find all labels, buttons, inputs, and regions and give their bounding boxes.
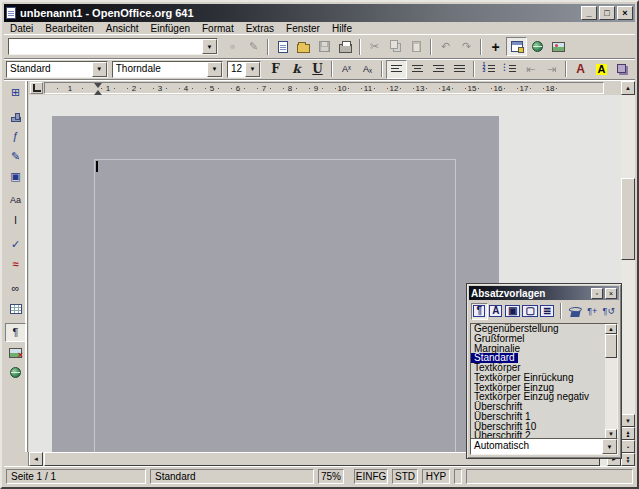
redo-button[interactable]: ↷	[456, 37, 477, 56]
next-page-button[interactable]: ▼▼	[621, 453, 635, 466]
copy-button[interactable]	[385, 37, 406, 56]
align-right-button[interactable]	[428, 60, 449, 79]
document-page[interactable]	[52, 116, 499, 452]
cut-button[interactable]: ✂	[364, 37, 385, 56]
menu-fenster[interactable]: Fenster	[280, 22, 326, 34]
size-combo-arrow-icon[interactable]: ▼	[245, 62, 260, 77]
horizontal-ruler[interactable]: 1123456789101112131415161718	[44, 82, 604, 94]
update-style-button[interactable]: ¶↺	[600, 303, 617, 320]
status-style[interactable]: Standard	[150, 469, 314, 484]
auto-spellcheck-button[interactable]: ≈	[5, 255, 26, 274]
open-document-button[interactable]	[293, 37, 314, 56]
scroll-down-icon[interactable]: ▼	[621, 414, 635, 427]
draw-functions-button[interactable]: ✎	[5, 147, 26, 166]
list-scroll-up-icon[interactable]: ▲	[605, 324, 617, 334]
scroll-up-icon[interactable]: ▲	[621, 81, 635, 95]
hyperlink-dialog-button[interactable]	[527, 37, 548, 56]
paragraph-style-combo[interactable]: Standard ▼	[6, 61, 108, 78]
menu-format[interactable]: Format	[196, 22, 240, 34]
url-field[interactable]	[9, 39, 202, 54]
page-styles-button[interactable]: ▢	[521, 303, 538, 320]
paste-button[interactable]	[406, 37, 427, 56]
increase-indent-button[interactable]: ⇥	[541, 60, 562, 79]
graphics-on-off-button[interactable]	[5, 343, 26, 362]
font-combo-arrow-icon[interactable]: ▼	[207, 62, 222, 77]
style-filter-combo[interactable]: Automatisch ▼	[470, 438, 618, 455]
previous-page-button[interactable]: ▲▲	[621, 427, 635, 440]
stylist-titlebar[interactable]: Absatzvorlagen ▫ ×	[469, 286, 619, 300]
style-filter-value[interactable]: Automatisch	[471, 439, 602, 454]
list-scroll-thumb[interactable]	[605, 334, 617, 358]
new-style-from-selection-button[interactable]: ¶+	[584, 303, 601, 320]
font-color-button[interactable]: A	[570, 60, 591, 79]
indent-marker[interactable]	[94, 83, 102, 94]
print-document-button[interactable]	[335, 37, 356, 56]
titlebar[interactable]: unbenannt1 - OpenOffice.org 641 _ □ ×	[4, 4, 635, 22]
vertical-scrollbar[interactable]: ▲ ▼ ▲▲ • ▼▼	[621, 81, 635, 466]
maximize-button[interactable]: □	[599, 6, 615, 20]
character-styles-button[interactable]: A	[488, 303, 505, 320]
paragraph-styles-button[interactable]: ¶	[471, 303, 488, 320]
close-button[interactable]: ×	[617, 6, 633, 20]
insert-fields-button[interactable]: ƒ	[5, 127, 26, 146]
find-replace-button[interactable]: ∞	[5, 279, 26, 298]
scroll-left-icon[interactable]: ◄	[29, 452, 43, 466]
bullet-list-button[interactable]	[499, 60, 520, 79]
menu-ansicht[interactable]: Ansicht	[100, 22, 145, 34]
text-boundary[interactable]	[94, 159, 456, 452]
insert-button[interactable]	[5, 107, 26, 126]
align-center-button[interactable]	[407, 60, 428, 79]
new-document-button[interactable]	[272, 37, 293, 56]
superscript-button[interactable]: Aˣ	[336, 60, 357, 79]
underline-button[interactable]: U	[307, 60, 328, 79]
status-page[interactable]: Seite 1 / 1	[6, 469, 146, 484]
direct-cursor-button[interactable]: I	[5, 211, 26, 230]
tab-stop-selector[interactable]	[30, 82, 43, 94]
url-combo[interactable]: ▼	[8, 38, 218, 55]
menu-datei[interactable]: Datei	[4, 22, 39, 34]
frame-styles-button[interactable]: ▣	[504, 303, 521, 320]
spellcheck-button[interactable]: ✓	[5, 235, 26, 254]
italic-button[interactable]: k	[286, 60, 307, 79]
minimize-button[interactable]: _	[581, 6, 597, 20]
stylist-button[interactable]	[506, 37, 527, 56]
url-combo-arrow-icon[interactable]: ▼	[202, 39, 217, 54]
navigation-button[interactable]: •	[621, 440, 635, 453]
status-zoom[interactable]: 75%	[318, 469, 344, 484]
data-sources-button[interactable]	[5, 299, 26, 318]
font-size-combo[interactable]: 12 ▼	[227, 61, 261, 78]
bold-button[interactable]: F	[265, 60, 286, 79]
save-document-button[interactable]	[314, 37, 335, 56]
align-justified-button[interactable]	[449, 60, 470, 79]
gallery-button[interactable]	[548, 37, 569, 56]
stylist-close-button[interactable]: ×	[605, 288, 617, 299]
menu-hilfe[interactable]: Hilfe	[326, 22, 358, 34]
menu-einfgen[interactable]: Einfügen	[145, 22, 196, 34]
font-name-combo[interactable]: Thorndale ▼	[112, 61, 223, 78]
decrease-indent-button[interactable]: ⇤	[520, 60, 541, 79]
menu-bearbeiten[interactable]: Bearbeiten	[39, 22, 99, 34]
font-name-value[interactable]: Thorndale	[113, 62, 207, 77]
style-list-scrollbar[interactable]: ▲ ▼	[605, 324, 617, 439]
vertical-scroll-thumb[interactable]	[621, 178, 635, 260]
font-size-value[interactable]: 12	[228, 62, 245, 77]
menu-extras[interactable]: Extras	[240, 22, 280, 34]
paragraph-background-button[interactable]	[612, 60, 633, 79]
highlighting-button[interactable]: A	[591, 60, 612, 79]
paragraph-style-value[interactable]: Standard	[7, 62, 92, 77]
navigator-button[interactable]: +	[485, 37, 506, 56]
filter-combo-arrow-icon[interactable]: ▼	[602, 439, 617, 454]
style-combo-arrow-icon[interactable]: ▼	[92, 62, 107, 77]
numbered-list-button[interactable]	[478, 60, 499, 79]
subscript-button[interactable]: Aₓ	[357, 60, 378, 79]
status-insert-mode[interactable]: EINFG	[354, 469, 388, 484]
edit-autotext-button[interactable]: Aa	[5, 191, 26, 210]
stylist-window[interactable]: Absatzvorlagen ▫ × ¶A▣▢≣¶+¶↺ Gegenüberst…	[466, 283, 622, 459]
status-selection-mode[interactable]: STD	[392, 469, 418, 484]
stop-loading-button[interactable]: ●	[222, 37, 243, 56]
nonprinting-characters-button[interactable]: ¶	[5, 323, 26, 342]
fill-format-mode-button[interactable]	[567, 303, 584, 320]
undo-button[interactable]: ↶	[435, 37, 456, 56]
stylist-rollup-button[interactable]: ▫	[591, 288, 603, 299]
numbering-styles-button[interactable]: ≣	[539, 303, 556, 320]
